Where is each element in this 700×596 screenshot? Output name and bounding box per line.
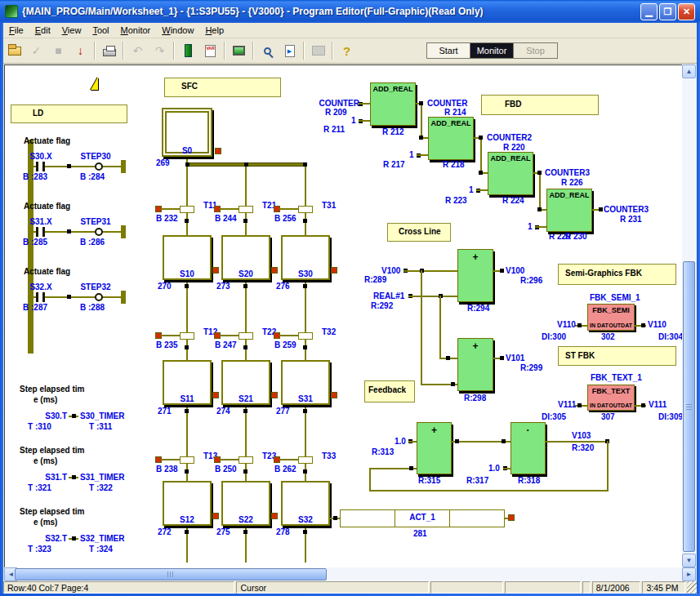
contact-symbol[interactable] <box>36 162 45 171</box>
fbd-output-address: R 220 <box>503 143 525 152</box>
fbk-semi-block[interactable]: FBK_SEMI IN DAT OUTDAT <box>587 304 635 331</box>
coil-address: B :288 <box>80 303 105 312</box>
stop-button[interactable]: Stop <box>514 43 557 58</box>
download-plc-icon[interactable]: ↓ <box>70 41 91 60</box>
fbd-multiply-block[interactable]: · <box>511 422 546 474</box>
fbd-add-block[interactable]: ADD_REAL <box>370 82 416 126</box>
menu-file[interactable]: File <box>3 24 29 37</box>
menu-monitor[interactable]: Monitor <box>115 24 157 37</box>
sfc-step[interactable]: S10 <box>163 235 212 280</box>
fbk-text-block[interactable]: FBK_TEXT IN DAT OUTDAT <box>587 385 635 411</box>
junction-dot <box>641 323 645 327</box>
sfc-step[interactable]: S11 <box>163 360 212 405</box>
note-semi-label: Semi-Graphics FBK <box>565 269 642 278</box>
undo-icon[interactable]: ↶ <box>127 41 148 60</box>
fbd-plus-block[interactable]: + <box>417 422 452 474</box>
fbd-plus-block[interactable]: + <box>457 338 493 391</box>
zoom-icon[interactable] <box>257 41 278 60</box>
coil-symbol[interactable] <box>95 162 103 171</box>
sfc-step[interactable]: S12 <box>163 481 212 526</box>
contact-symbol[interactable] <box>36 292 45 302</box>
note-cross-line[interactable]: Cross Line <box>387 223 451 242</box>
fbd-add-block[interactable]: ADD_REAL <box>488 152 533 195</box>
coil-symbol[interactable] <box>95 228 103 236</box>
sfc-initial-step[interactable]: S0 <box>162 108 212 157</box>
note-feedback[interactable]: Feedback <box>364 380 415 403</box>
note-ld[interactable]: LD <box>11 105 127 123</box>
sfc-step[interactable]: S31 <box>281 360 330 405</box>
sfc-action-block[interactable]: ACT_1 <box>340 509 505 527</box>
sfc-transition[interactable] <box>298 456 313 464</box>
note-st-fbk[interactable]: ST FBK <box>558 346 676 366</box>
menu-view[interactable]: View <box>56 24 87 37</box>
fbd-input-address: R:289 <box>364 275 386 284</box>
sfc-transition[interactable] <box>239 456 253 464</box>
fbd-add-block[interactable]: ADD_REAL <box>428 117 474 160</box>
sfc-step[interactable]: S21 <box>221 360 270 405</box>
sfc-transition[interactable] <box>180 456 194 464</box>
page-jump-icon[interactable]: ▶ <box>279 41 300 60</box>
worksheet-canvas[interactable]: LD SFC FBD Cross Line Semi-Graphics FBK … <box>4 64 682 567</box>
vertical-scroll-thumb[interactable] <box>683 261 695 552</box>
sfc-step[interactable]: S30 <box>281 235 330 280</box>
sfc-step[interactable]: S22 <box>221 481 270 526</box>
scroll-down-arrow[interactable]: ▼ <box>682 554 696 567</box>
rung-comment: Actuate flag <box>24 267 70 276</box>
apply-check-icon[interactable]: ✓ <box>26 41 47 60</box>
fbd-input-name: COUNTER <box>319 99 359 108</box>
fbd-input-name: 1.0 <box>488 464 500 473</box>
wire <box>161 208 181 210</box>
note-fbd[interactable]: FBD <box>481 95 599 115</box>
scroll-up-arrow[interactable]: ▲ <box>682 64 696 78</box>
menu-window[interactable]: Window <box>156 24 199 37</box>
sfc-transition[interactable] <box>180 206 194 213</box>
title-bar[interactable]: {MAIN_PROG/Main/Worksheet_1} - {1:S3PU55… <box>0 0 700 23</box>
plc-door-icon[interactable] <box>178 41 198 60</box>
sfc-transition[interactable] <box>298 206 313 213</box>
sfc-step[interactable]: S20 <box>221 235 270 280</box>
fbk-number: 307 <box>601 412 615 421</box>
sfc-transition[interactable] <box>239 332 253 340</box>
menu-tool[interactable]: Tool <box>87 24 114 37</box>
horizontal-scrollbar[interactable]: ◄ ► <box>4 567 696 581</box>
toolbar-separator <box>173 42 175 60</box>
open-file-icon[interactable] <box>4 41 25 60</box>
monitor-button[interactable]: Monitor <box>470 43 514 58</box>
resize-grip[interactable] <box>687 581 697 594</box>
sfc-transition[interactable] <box>239 206 253 213</box>
vertical-scrollbar[interactable]: ▲ ▼ <box>682 64 696 567</box>
junction-dot <box>72 475 76 479</box>
fbd-add-block[interactable]: ADD_REAL <box>546 189 592 232</box>
menu-help[interactable]: Help <box>199 24 230 37</box>
graphic-monitor-icon[interactable] <box>229 41 249 60</box>
close-button[interactable]: ✕ <box>678 3 695 20</box>
variable-editor-icon[interactable]: VAR <box>200 41 221 60</box>
wire <box>359 120 370 122</box>
menu-edit[interactable]: Edit <box>29 24 56 37</box>
fbd-plus-block[interactable]: + <box>457 249 493 302</box>
coil-symbol[interactable] <box>95 293 103 301</box>
help-icon[interactable]: ? <box>337 41 357 60</box>
maximize-button[interactable]: ❐ <box>659 3 676 20</box>
scroll-right-arrow[interactable]: ► <box>682 567 696 581</box>
note-sfc[interactable]: SFC <box>164 78 281 97</box>
block-title: ADD_REAL <box>371 85 415 93</box>
horizontal-scroll-thumb[interactable] <box>15 568 327 580</box>
sfc-transition[interactable] <box>298 332 313 340</box>
stop-edit-icon[interactable]: ■ <box>48 41 69 60</box>
block-operator: · <box>511 425 545 436</box>
capture-icon[interactable] <box>308 41 328 60</box>
timer-src-address: T :323 <box>28 545 51 554</box>
transition-address: B 256 <box>274 214 296 223</box>
note-semi-graphics[interactable]: Semi-Graphics FBK <box>558 264 676 285</box>
print-icon[interactable] <box>99 41 119 60</box>
fbk-title: FBK_TEXT_1 <box>591 373 642 382</box>
minimize-button[interactable]: ▁ <box>640 3 658 20</box>
redo-icon[interactable]: ↷ <box>149 41 170 60</box>
contact-symbol[interactable] <box>36 227 45 237</box>
door-icon <box>185 44 192 57</box>
start-button[interactable]: Start <box>427 43 470 58</box>
sfc-transition[interactable] <box>180 332 194 340</box>
junction-dot <box>446 356 450 360</box>
sfc-step[interactable]: S32 <box>281 481 330 526</box>
